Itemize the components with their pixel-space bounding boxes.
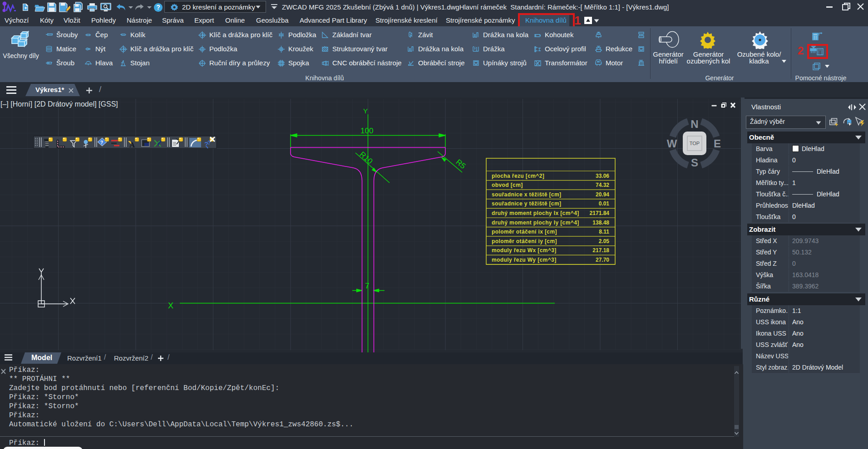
svg-text:8.11: 8.11 — [599, 229, 609, 235]
svg-text:souřadnice y těžiště [cm]: souřadnice y těžiště [cm] — [492, 200, 561, 207]
svg-text:27.70: 27.70 — [596, 257, 609, 263]
svg-text:2.05: 2.05 — [599, 238, 610, 244]
svg-text:2171.84: 2171.84 — [590, 210, 610, 216]
svg-text:moduly řezu Wx [cm^3]: moduly řezu Wx [cm^3] — [492, 247, 557, 254]
svg-text:obvod [cm]: obvod [cm] — [492, 182, 523, 188]
svg-text:0.01: 0.01 — [599, 200, 610, 207]
svg-text:poloměr otáčení iy [cm]: poloměr otáčení iy [cm] — [492, 238, 557, 244]
svg-text:74.32: 74.32 — [596, 182, 609, 188]
svg-text:33.06: 33.06 — [596, 173, 609, 179]
svg-text:138.48: 138.48 — [592, 220, 609, 226]
svg-text:20.94: 20.94 — [596, 191, 609, 198]
svg-text:poloměr otáčení ix [cm]: poloměr otáčení ix [cm] — [492, 229, 557, 235]
svg-text:217.18: 217.18 — [592, 247, 609, 254]
svg-text:plocha řezu [cm^2]: plocha řezu [cm^2] — [492, 173, 544, 179]
svg-text:souřadnice x těžiště [cm]: souřadnice x těžiště [cm] — [492, 191, 561, 198]
svg-text:moduly řezu Wy [cm^3]: moduly řezu Wy [cm^3] — [492, 257, 557, 263]
svg-text:druhý moment plochy Ix [cm^4]: druhý moment plochy Ix [cm^4] — [492, 210, 579, 216]
svg-text:druhý moment plochy Iy [cm^4]: druhý moment plochy Iy [cm^4] — [492, 220, 579, 226]
